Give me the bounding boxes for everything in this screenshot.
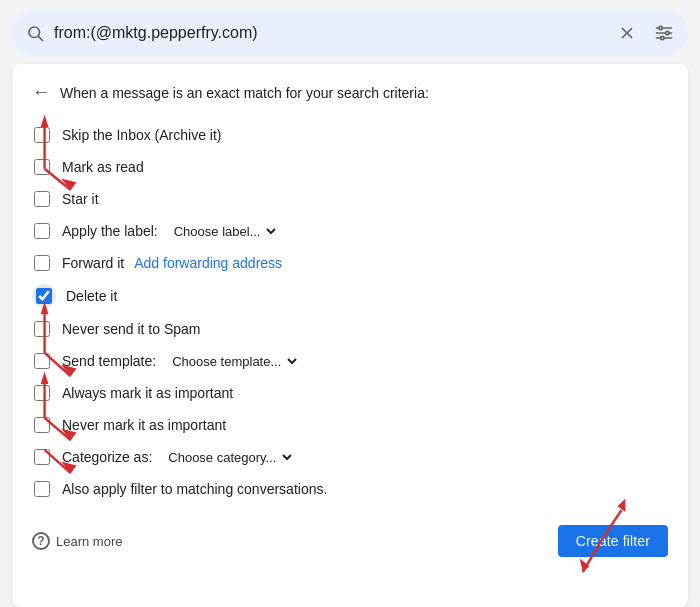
checkbox-input-categorize[interactable] — [34, 449, 50, 465]
label-send-template: Send template: — [62, 353, 156, 369]
dialog-wrapper: from:(@mktg.pepperfry.com) ← When a mess… — [0, 0, 700, 607]
label-delete[interactable]: Delete it — [66, 288, 117, 304]
filter-panel: ← When a message is an exact match for y… — [12, 64, 688, 607]
label-mark-read[interactable]: Mark as read — [62, 159, 144, 175]
back-button[interactable]: ← — [32, 82, 50, 103]
checkbox-star[interactable] — [32, 189, 52, 209]
checkbox-input-send-template[interactable] — [34, 353, 50, 369]
checkbox-input-apply-label[interactable] — [34, 223, 50, 239]
checkbox-input-mark-read[interactable] — [34, 159, 50, 175]
add-forwarding-link[interactable]: Add forwarding address — [134, 255, 282, 271]
label-always-important[interactable]: Always mark it as important — [62, 385, 233, 401]
search-bar: from:(@mktg.pepperfry.com) — [12, 10, 688, 56]
filter-row-apply-label: Apply the label: Choose label... — [32, 215, 668, 247]
label-never-spam[interactable]: Never send it to Spam — [62, 321, 201, 337]
label-also-apply[interactable]: Also apply filter to matching conversati… — [62, 481, 327, 497]
filter-row-also-apply: Also apply filter to matching conversati… — [32, 473, 668, 505]
label-apply-label: Apply the label: — [62, 223, 158, 239]
svg-point-8 — [666, 31, 669, 34]
search-filters-icon[interactable] — [654, 23, 674, 43]
help-icon: ? — [32, 532, 50, 550]
filter-row-never-spam: Never send it to Spam — [32, 313, 668, 345]
checkbox-input-always-important[interactable] — [34, 385, 50, 401]
svg-line-1 — [38, 36, 42, 40]
panel-footer: ? Learn more Create filter — [32, 519, 668, 557]
checkbox-never-important[interactable] — [32, 415, 52, 435]
panel-description: When a message is an exact match for you… — [60, 85, 429, 101]
back-row: ← When a message is an exact match for y… — [32, 82, 668, 103]
learn-more-section[interactable]: ? Learn more — [32, 532, 122, 550]
checkbox-skip-inbox[interactable] — [32, 125, 52, 145]
filter-row-forward: Forward it Add forwarding address — [32, 247, 668, 279]
svg-marker-25 — [580, 559, 590, 573]
checkbox-send-template[interactable] — [32, 351, 52, 371]
label-categorize: Categorize as: — [62, 449, 152, 465]
filter-row-categorize: Categorize as: Choose category... — [32, 441, 668, 473]
label-skip-inbox[interactable]: Skip the Inbox (Archive it) — [62, 127, 222, 143]
label-forward: Forward it — [62, 255, 124, 271]
checkbox-also-apply[interactable] — [32, 479, 52, 499]
svg-point-9 — [661, 36, 664, 39]
filter-row-star: Star it — [32, 183, 668, 215]
checkbox-never-spam[interactable] — [32, 319, 52, 339]
filter-row-skip-inbox: Skip the Inbox (Archive it) — [32, 119, 668, 151]
checkbox-input-also-apply[interactable] — [34, 481, 50, 497]
checkbox-input-never-important[interactable] — [34, 417, 50, 433]
label-dropdown[interactable]: Choose label... — [168, 223, 279, 240]
category-dropdown[interactable]: Choose category... — [162, 449, 295, 466]
checkbox-input-skip-inbox[interactable] — [34, 127, 50, 143]
create-filter-button[interactable]: Create filter — [558, 525, 668, 557]
checkbox-mark-read[interactable] — [32, 157, 52, 177]
filter-row-mark-read: Mark as read — [32, 151, 668, 183]
label-never-important[interactable]: Never mark it as important — [62, 417, 226, 433]
filter-row-send-template: Send template: Choose template... — [32, 345, 668, 377]
checkbox-categorize[interactable] — [32, 447, 52, 467]
search-clear-button[interactable] — [618, 24, 636, 42]
template-dropdown[interactable]: Choose template... — [166, 353, 300, 370]
search-icon — [26, 24, 44, 42]
checkbox-input-forward[interactable] — [34, 255, 50, 271]
checkbox-delete-circle[interactable] — [32, 284, 56, 308]
checkbox-apply-label[interactable] — [32, 221, 52, 241]
learn-more-label: Learn more — [56, 534, 122, 549]
checkbox-forward[interactable] — [32, 253, 52, 273]
checkbox-input-never-spam[interactable] — [34, 321, 50, 337]
svg-point-7 — [659, 26, 662, 29]
filter-row-delete: Delete it — [32, 279, 668, 313]
filter-row-never-important: Never mark it as important — [32, 409, 668, 441]
checkbox-input-star[interactable] — [34, 191, 50, 207]
label-star[interactable]: Star it — [62, 191, 99, 207]
checkbox-always-important[interactable] — [32, 383, 52, 403]
search-query: from:(@mktg.pepperfry.com) — [54, 24, 608, 42]
filter-row-always-important: Always mark it as important — [32, 377, 668, 409]
checkbox-input-delete[interactable] — [36, 288, 52, 304]
